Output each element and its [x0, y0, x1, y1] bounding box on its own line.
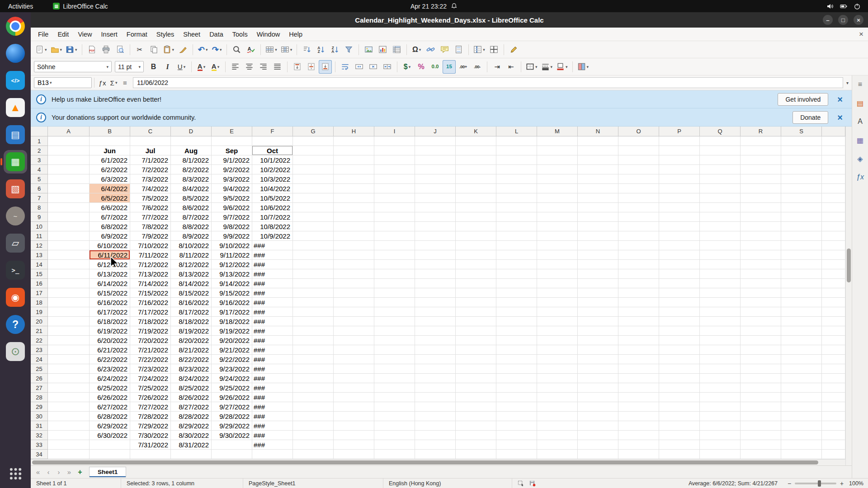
cell-H11[interactable]	[334, 231, 374, 241]
cell-A7[interactable]	[48, 193, 90, 203]
row-button[interactable]: ▾	[264, 43, 278, 56]
cell-H1[interactable]	[334, 136, 374, 146]
cell-I14[interactable]	[374, 260, 415, 269]
cell-K10[interactable]	[456, 222, 496, 231]
format-as-currency-button[interactable]: $▾	[401, 60, 414, 74]
row-header-23[interactable]: 23	[31, 345, 48, 355]
cell-L28[interactable]	[496, 393, 537, 402]
cell-H10[interactable]	[334, 222, 374, 231]
column-header-S[interactable]: S	[781, 127, 822, 136]
cell-R28[interactable]	[741, 393, 781, 402]
dock-item-impress[interactable]: ▧	[4, 177, 27, 201]
cell-H28[interactable]	[334, 393, 374, 402]
cell-Q13[interactable]	[700, 250, 741, 260]
cell-P21[interactable]	[659, 326, 700, 336]
cell-G29[interactable]	[293, 402, 334, 412]
cell-C24[interactable]: 7/22/2022	[130, 355, 171, 364]
cell-C9[interactable]: 7/7/2022	[130, 212, 171, 222]
cell-H9[interactable]	[334, 212, 374, 222]
menu-tools[interactable]: Tools	[228, 29, 252, 40]
cell-G28[interactable]	[293, 393, 334, 402]
cell-F6[interactable]: 10/4/2022	[252, 184, 293, 193]
cell-Q2[interactable]	[700, 146, 741, 155]
cell-C29[interactable]: 7/27/2022	[130, 402, 171, 412]
title-bar[interactable]: Calendar_Highlight_Weekend_Days.xlsx - L…	[31, 12, 868, 28]
cell-S1[interactable]	[781, 136, 822, 146]
dock-item-gimp[interactable]: ~	[4, 204, 27, 228]
cell-K23[interactable]	[456, 345, 496, 355]
cell-G18[interactable]	[293, 298, 334, 307]
row-header-28[interactable]: 28	[31, 393, 48, 402]
infobar-close-icon[interactable]: ×	[837, 113, 843, 122]
borders-button[interactable]: ▾	[524, 60, 539, 74]
cell-P31[interactable]	[659, 421, 700, 431]
row-header-16[interactable]: 16	[31, 279, 48, 288]
cell-J12[interactable]	[415, 241, 456, 250]
cell-O21[interactable]	[618, 326, 659, 336]
cell-M10[interactable]	[537, 222, 578, 231]
cell-F8[interactable]: 10/6/2022	[252, 203, 293, 212]
volume-icon[interactable]	[826, 3, 834, 10]
sheet-tab-sheet1[interactable]: Sheet1	[89, 467, 126, 477]
underline-button[interactable]: U▾	[175, 60, 188, 74]
cell-R14[interactable]	[741, 260, 781, 269]
center-vertically-button[interactable]	[305, 60, 318, 74]
row-header-4[interactable]: 4	[31, 165, 48, 174]
cell-L30[interactable]	[496, 412, 537, 421]
cell-I25[interactable]	[374, 364, 415, 374]
cell-I31[interactable]	[374, 421, 415, 431]
cell-N10[interactable]	[578, 222, 618, 231]
cell-N24[interactable]	[578, 355, 618, 364]
cell-Q18[interactable]	[700, 298, 741, 307]
cell-H14[interactable]	[334, 260, 374, 269]
cell-F14[interactable]: ###	[252, 260, 293, 269]
cell-I23[interactable]	[374, 345, 415, 355]
cell-M20[interactable]	[537, 317, 578, 326]
cell-D11[interactable]: 8/9/2022	[171, 231, 212, 241]
column-header-K[interactable]: K	[456, 127, 496, 136]
column-header-I[interactable]: I	[374, 127, 415, 136]
format-as-percent-button[interactable]: %	[415, 60, 428, 74]
cell-I34[interactable]	[374, 450, 415, 459]
cell-R16[interactable]	[741, 279, 781, 288]
cell-S19[interactable]	[781, 307, 822, 317]
formula-input[interactable]: 11/06/2022	[133, 77, 843, 88]
cell-N30[interactable]	[578, 412, 618, 421]
cell-A28[interactable]	[48, 393, 90, 402]
cell-I32[interactable]	[374, 431, 415, 440]
cell-B8[interactable]: 6/6/2022	[90, 203, 130, 212]
cell-D24[interactable]: 8/22/2022	[171, 355, 212, 364]
cell-G20[interactable]	[293, 317, 334, 326]
cell-L17[interactable]	[496, 288, 537, 298]
cell-H16[interactable]	[334, 279, 374, 288]
cell-F33[interactable]: ###	[252, 440, 293, 450]
cell-Q26[interactable]	[700, 374, 741, 383]
cell-K9[interactable]	[456, 212, 496, 222]
cell-R22[interactable]	[741, 336, 781, 345]
vertical-scrollbar-thumb[interactable]	[847, 249, 851, 282]
cell-F9[interactable]: 10/7/2022	[252, 212, 293, 222]
cell-C17[interactable]: 7/15/2022	[130, 288, 171, 298]
cell-I27[interactable]	[374, 383, 415, 393]
cell-M19[interactable]	[537, 307, 578, 317]
cell-I2[interactable]	[374, 146, 415, 155]
cell-J4[interactable]	[415, 165, 456, 174]
cell-M5[interactable]	[537, 174, 578, 184]
cell-H5[interactable]	[334, 174, 374, 184]
cell-B28[interactable]: 6/26/2022	[90, 393, 130, 402]
cell-F28[interactable]: ###	[252, 393, 293, 402]
cell-N22[interactable]	[578, 336, 618, 345]
cell-D21[interactable]: 8/19/2022	[171, 326, 212, 336]
row-dropdown-icon[interactable]: ▾	[275, 47, 277, 52]
row-header-20[interactable]: 20	[31, 317, 48, 326]
horizontal-scrollbar[interactable]	[31, 459, 845, 465]
cell-I6[interactable]	[374, 184, 415, 193]
cell-I24[interactable]	[374, 355, 415, 364]
cell-C26[interactable]: 7/24/2022	[130, 374, 171, 383]
cell-Q16[interactable]	[700, 279, 741, 288]
cell-I29[interactable]	[374, 402, 415, 412]
cell-R13[interactable]	[741, 250, 781, 260]
cell-D3[interactable]: 8/1/2022	[171, 155, 212, 165]
cell-G25[interactable]	[293, 364, 334, 374]
cell-O8[interactable]	[618, 203, 659, 212]
